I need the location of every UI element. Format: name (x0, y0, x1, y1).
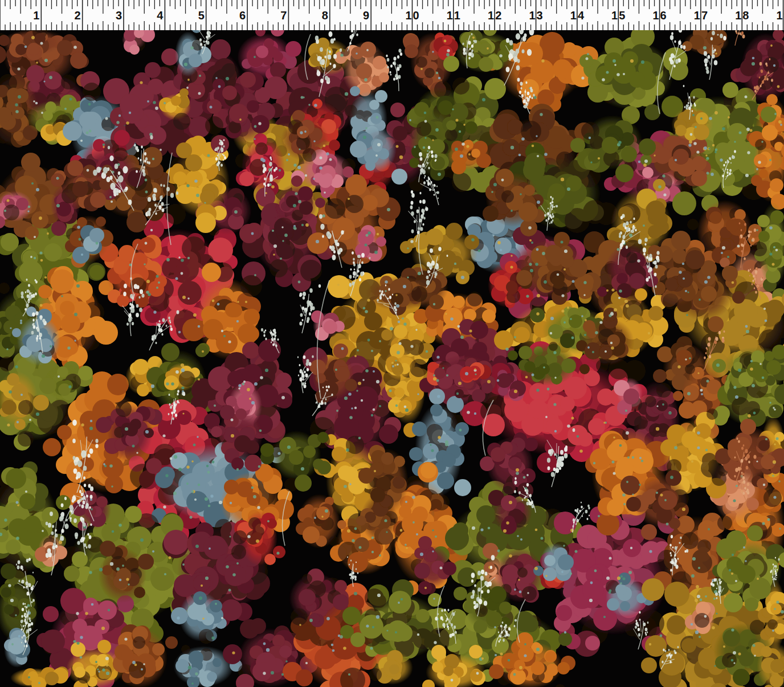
svg-text:1: 1 (735, 9, 741, 22)
svg-text:1: 1 (33, 9, 39, 22)
svg-text:1: 1 (652, 9, 659, 22)
svg-text:0: 0 (413, 9, 419, 22)
svg-text:6: 6 (239, 9, 246, 22)
svg-text:8: 8 (742, 9, 749, 22)
svg-text:4: 4 (578, 9, 585, 22)
svg-text:5: 5 (198, 9, 205, 22)
svg-text:1: 1 (488, 9, 494, 22)
svg-text:1: 1 (405, 9, 411, 22)
svg-text:1: 1 (454, 9, 460, 22)
svg-text:5: 5 (619, 9, 625, 22)
svg-text:1: 1 (529, 9, 535, 22)
svg-text:1: 1 (611, 9, 618, 22)
svg-text:7: 7 (701, 9, 708, 22)
svg-text:8: 8 (322, 9, 328, 22)
svg-text:9: 9 (363, 9, 369, 22)
svg-text:6: 6 (660, 9, 667, 22)
svg-text:2: 2 (495, 9, 501, 22)
svg-text:2: 2 (75, 9, 81, 22)
svg-text:1: 1 (694, 9, 700, 22)
svg-text:4: 4 (157, 9, 164, 22)
svg-text:7: 7 (280, 9, 287, 22)
svg-text:1: 1 (447, 9, 453, 22)
svg-text:3: 3 (537, 9, 543, 22)
svg-text:1: 1 (570, 9, 577, 22)
svg-text:3: 3 (116, 9, 122, 22)
svg-text:1: 1 (776, 9, 782, 22)
